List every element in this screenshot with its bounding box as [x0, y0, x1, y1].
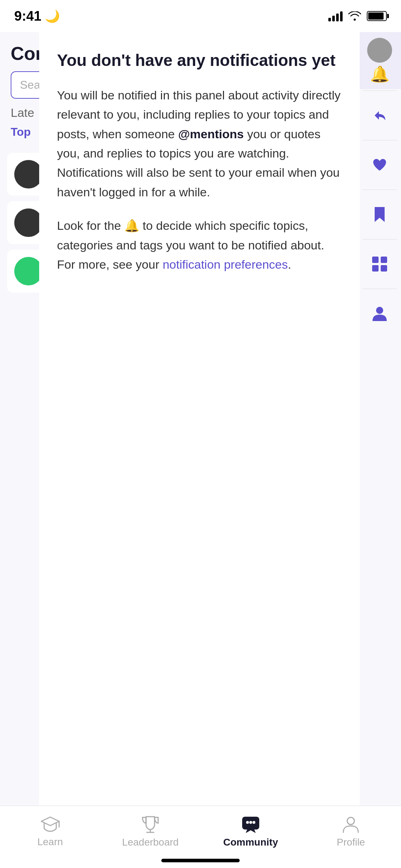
notification-body-2: Look for the 🔔 to decide which specific … [57, 216, 342, 274]
status-bar: 9:41 🌙 [0, 0, 401, 32]
user-profile-button[interactable] [358, 290, 401, 337]
inline-bell-icon: 🔔 [124, 216, 139, 235]
svg-point-10 [249, 821, 252, 824]
svg-rect-1 [381, 257, 387, 263]
notification-body-1: You will be notified in this panel about… [57, 86, 342, 202]
battery-icon [367, 11, 387, 21]
svg-point-12 [347, 817, 354, 825]
nav-item-learn[interactable]: Learn [0, 816, 100, 848]
wifi-icon [348, 11, 361, 21]
heart-button[interactable] [358, 142, 401, 188]
svg-point-11 [252, 821, 255, 824]
svg-rect-0 [372, 257, 379, 263]
svg-rect-3 [381, 265, 387, 272]
notification-panel: You don't have any notifications yet You… [39, 32, 360, 806]
mention-text: @mentions [178, 127, 244, 141]
home-indicator [161, 859, 240, 862]
bookmark-button[interactable] [358, 191, 401, 238]
bg-avatar-1 [14, 160, 43, 188]
reply-icon [372, 108, 387, 123]
user-avatar [367, 38, 392, 63]
bg-avatar-3 [14, 257, 43, 285]
community-icon [241, 815, 261, 834]
nav-item-community[interactable]: Community [200, 815, 301, 848]
learn-icon [41, 816, 60, 833]
notification-preferences-link[interactable]: notification preferences [163, 258, 288, 271]
notification-bell-button[interactable]: 🔔 [358, 32, 401, 89]
side-actions-panel: 🔔 [358, 32, 401, 806]
community-label: Community [223, 837, 278, 848]
moon-icon: 🌙 [45, 9, 60, 23]
user-icon [372, 305, 387, 322]
status-time: 9:41 [14, 9, 41, 24]
bg-avatar-2 [14, 208, 43, 237]
svg-rect-2 [372, 265, 379, 272]
bookmark-icon [373, 206, 386, 223]
reply-button[interactable] [358, 92, 401, 139]
learn-label: Learn [37, 836, 63, 848]
svg-point-9 [246, 821, 249, 824]
profile-label: Profile [337, 837, 365, 848]
heart-icon [371, 157, 388, 173]
leaderboard-label: Leaderboard [122, 837, 179, 848]
grid-icon [371, 256, 388, 272]
nav-item-profile[interactable]: Profile [301, 815, 401, 848]
signal-icon [328, 11, 343, 21]
nav-item-leaderboard[interactable]: Leaderboard [100, 815, 201, 848]
profile-icon [342, 815, 360, 834]
svg-point-4 [376, 307, 383, 314]
status-icons [328, 11, 387, 21]
categories-button[interactable] [358, 241, 401, 287]
trophy-icon [141, 815, 160, 834]
bell-icon: 🔔 [370, 65, 390, 83]
notification-empty-title: You don't have any notifications yet [57, 50, 342, 71]
